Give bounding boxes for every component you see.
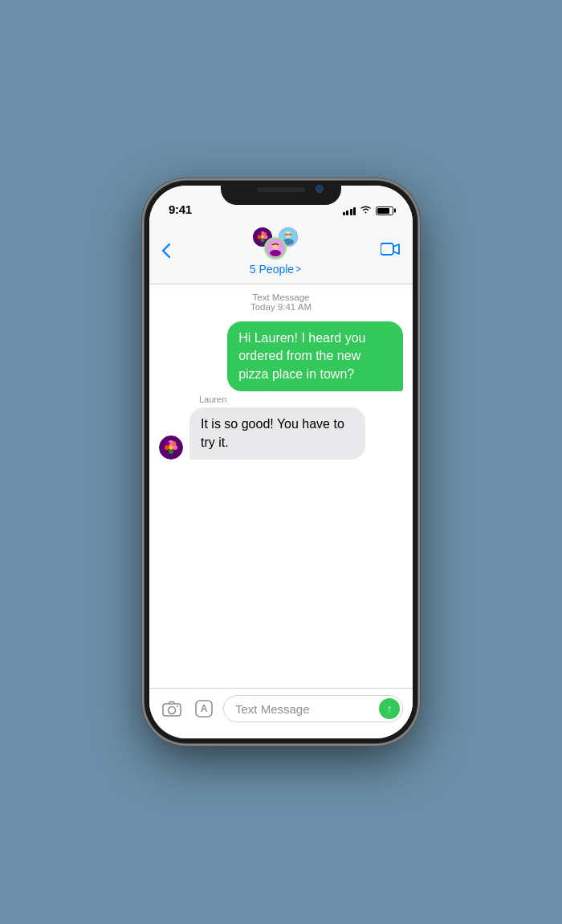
message-type: Text Message xyxy=(149,292,413,302)
appstore-button[interactable]: A xyxy=(191,696,217,722)
svg-point-5 xyxy=(261,235,264,239)
svg-point-25 xyxy=(173,441,177,445)
signal-bar-1 xyxy=(343,212,345,215)
svg-rect-17 xyxy=(381,243,393,255)
nav-header: 5 People > xyxy=(149,221,413,284)
notch-camera xyxy=(316,185,324,193)
signal-bar-3 xyxy=(350,209,352,215)
svg-point-24 xyxy=(166,441,170,445)
svg-point-28 xyxy=(177,705,178,707)
svg-point-23 xyxy=(169,445,173,449)
status-icons xyxy=(343,205,394,216)
input-bar: A Text Message ↑ xyxy=(149,688,413,738)
svg-point-2 xyxy=(257,235,261,239)
lauren-avatar xyxy=(159,435,183,460)
sender-name-lauren: Lauren xyxy=(189,395,413,404)
message-bubble-outgoing: Hi Lauren! I heard you ordered from the … xyxy=(227,321,403,391)
text-input-wrapper[interactable]: Text Message ↑ xyxy=(223,695,403,722)
svg-point-20 xyxy=(165,445,169,450)
back-button[interactable] xyxy=(162,243,170,258)
message-bubble-incoming: It is so good! You have to try it. xyxy=(189,407,365,460)
text-input-field[interactable]: Text Message xyxy=(223,695,403,722)
phone-wrapper: 9:41 xyxy=(145,181,417,743)
send-arrow-icon: ↑ xyxy=(387,702,393,714)
group-avatars xyxy=(251,226,299,260)
message-row-outgoing: Hi Lauren! I heard you ordered from the … xyxy=(149,320,413,393)
group-name: 5 People xyxy=(250,263,294,276)
group-chevron-icon: > xyxy=(295,264,301,275)
avatar-3 xyxy=(264,237,287,260)
camera-button[interactable] xyxy=(159,696,185,722)
signal-bar-2 xyxy=(346,211,348,215)
wifi-icon xyxy=(360,205,372,216)
group-name-row[interactable]: 5 People > xyxy=(250,263,301,276)
chat-area: Text Message Today 9:41 AM Hi Lauren! I … xyxy=(149,284,413,688)
video-call-button[interactable] xyxy=(381,242,400,260)
input-placeholder: Text Message xyxy=(235,702,310,716)
message-row-incoming: It is so good! You have to try it. xyxy=(149,406,413,461)
status-time: 9:41 xyxy=(169,202,192,216)
svg-point-22 xyxy=(169,449,173,454)
svg-point-4 xyxy=(260,239,264,243)
svg-point-3 xyxy=(263,235,267,239)
message-meta: Text Message Today 9:41 AM xyxy=(149,292,413,312)
message-timestamp: Today 9:41 AM xyxy=(149,302,413,312)
svg-point-6 xyxy=(259,232,262,235)
battery-fill xyxy=(377,208,389,214)
notch-speaker xyxy=(257,187,305,192)
send-button[interactable]: ↑ xyxy=(379,698,400,719)
notch xyxy=(221,181,341,205)
svg-point-16 xyxy=(270,250,281,256)
svg-point-21 xyxy=(173,445,177,450)
signal-bars-icon xyxy=(343,206,356,215)
nav-center[interactable]: 5 People > xyxy=(250,226,301,276)
battery-icon xyxy=(376,206,393,215)
svg-point-27 xyxy=(169,707,176,714)
phone-screen: 9:41 xyxy=(149,186,413,738)
svg-text:A: A xyxy=(201,703,208,714)
svg-point-7 xyxy=(263,232,267,235)
signal-bar-4 xyxy=(353,207,356,215)
phone-frame: 9:41 xyxy=(145,181,417,743)
